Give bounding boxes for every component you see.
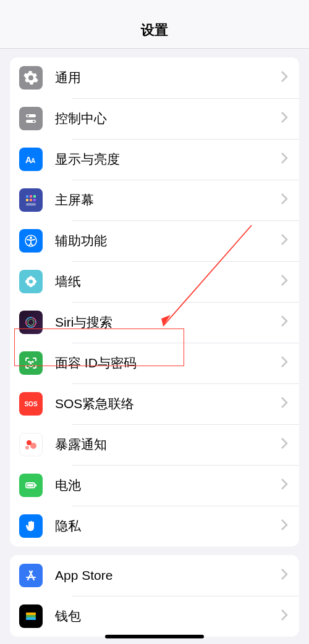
svg-text:A: A (31, 157, 35, 164)
page-title: 设置 (141, 21, 168, 40)
svg-rect-36 (26, 613, 36, 615)
svg-rect-12 (26, 203, 36, 206)
svg-rect-37 (26, 615, 36, 617)
svg-rect-6 (26, 195, 28, 198)
chevron-right-icon (281, 112, 288, 125)
wallet-icon (19, 604, 43, 628)
row-label: 通用 (55, 69, 281, 86)
siri-icon (19, 311, 43, 334)
row-label: 电池 (55, 477, 281, 494)
settings-group-2: App Store 钱包 (10, 555, 299, 637)
settings-group-1: 通用 控制中心 AA 显示与亮度 主屏幕 辅助功能 (10, 57, 299, 546)
svg-text:SOS: SOS (24, 401, 37, 408)
svg-point-21 (27, 283, 30, 286)
row-label: App Store (55, 568, 281, 583)
svg-point-14 (30, 236, 32, 239)
row-exposure-notifications[interactable]: 暴露通知 (10, 424, 299, 465)
svg-point-27 (28, 361, 30, 362)
row-app-store[interactable]: App Store (10, 555, 299, 596)
home-screen-icon (19, 188, 43, 212)
svg-rect-8 (33, 195, 36, 198)
svg-rect-34 (35, 484, 36, 487)
exposure-icon (19, 433, 43, 456)
row-siri-search[interactable]: Siri与搜索 (10, 302, 299, 343)
row-label: 显示与亮度 (55, 151, 281, 168)
svg-rect-38 (26, 617, 36, 620)
row-display-brightness[interactable]: AA 显示与亮度 (10, 139, 299, 180)
chevron-right-icon (281, 569, 288, 582)
row-label: 隐私 (55, 517, 281, 535)
svg-point-22 (32, 283, 35, 286)
svg-point-3 (33, 120, 35, 122)
toggles-icon (19, 107, 43, 130)
row-label: 面容 ID与密码 (55, 354, 281, 372)
svg-point-19 (27, 278, 30, 281)
row-label: 主屏幕 (55, 191, 281, 209)
row-emergency-sos[interactable]: SOS SOS紧急联络 (10, 383, 299, 424)
flower-icon (19, 270, 43, 293)
row-face-id-passcode[interactable]: 面容 ID与密码 (10, 343, 299, 383)
chevron-right-icon (281, 438, 288, 451)
chevron-right-icon (281, 609, 288, 623)
chevron-right-icon (281, 356, 288, 370)
chevron-right-icon (281, 71, 288, 85)
svg-point-26 (28, 319, 34, 325)
svg-point-1 (27, 115, 29, 117)
face-id-icon (19, 351, 43, 375)
row-label: 控制中心 (55, 110, 281, 127)
svg-point-28 (32, 361, 33, 362)
row-wallet[interactable]: 钱包 (10, 596, 299, 637)
row-battery[interactable]: 电池 (10, 465, 299, 506)
battery-icon (19, 474, 43, 497)
svg-rect-7 (30, 195, 32, 198)
row-accessibility[interactable]: 辅助功能 (10, 220, 299, 261)
svg-point-31 (30, 443, 36, 449)
row-label: 暴露通知 (55, 436, 281, 453)
chevron-right-icon (281, 479, 288, 492)
row-label: 辅助功能 (55, 232, 281, 249)
row-label: Siri与搜索 (55, 314, 281, 331)
chevron-right-icon (281, 519, 288, 533)
chevron-right-icon (281, 153, 288, 166)
chevron-right-icon (281, 193, 288, 207)
svg-rect-10 (30, 199, 32, 201)
row-control-center[interactable]: 控制中心 (10, 98, 299, 139)
row-label: 钱包 (55, 608, 281, 625)
svg-point-23 (30, 280, 33, 283)
chevron-right-icon (281, 316, 288, 329)
chevron-right-icon (281, 397, 288, 411)
app-store-icon (19, 564, 43, 587)
row-label: 墙纸 (55, 273, 281, 290)
chevron-right-icon (281, 234, 288, 248)
svg-point-20 (32, 278, 35, 281)
sos-icon: SOS (19, 392, 43, 416)
chevron-right-icon (281, 275, 288, 288)
svg-rect-9 (26, 199, 28, 201)
gear-icon (19, 66, 43, 90)
svg-point-32 (25, 446, 29, 450)
hand-icon (19, 514, 43, 538)
row-privacy[interactable]: 隐私 (10, 506, 299, 546)
text-size-icon: AA (19, 148, 43, 171)
row-home-screen[interactable]: 主屏幕 (10, 180, 299, 220)
header: 设置 (0, 0, 309, 49)
home-indicator[interactable] (105, 635, 204, 638)
row-wallpaper[interactable]: 墙纸 (10, 261, 299, 302)
svg-rect-35 (27, 484, 33, 487)
row-label: SOS紧急联络 (55, 395, 281, 412)
row-general[interactable]: 通用 (10, 57, 299, 98)
accessibility-icon (19, 229, 43, 253)
svg-rect-11 (33, 199, 36, 201)
